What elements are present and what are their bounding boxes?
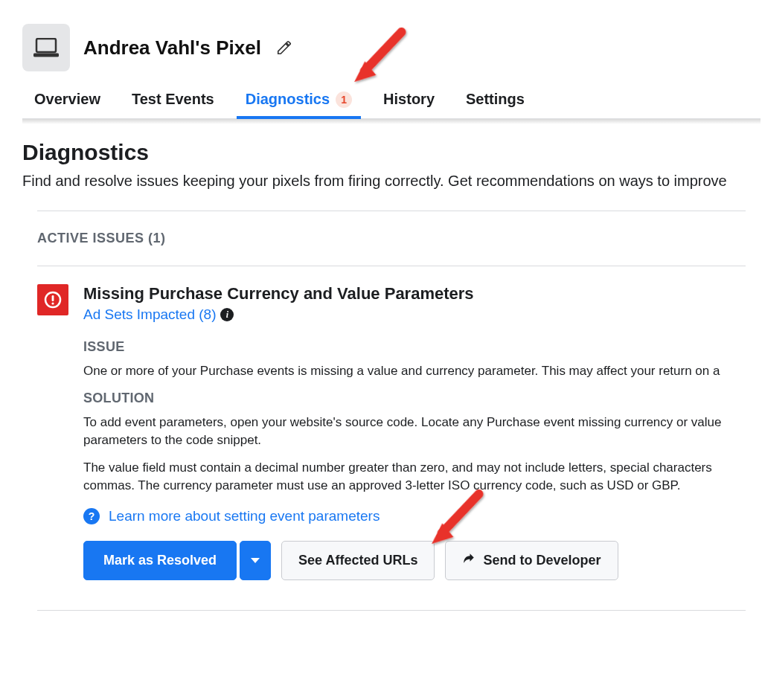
solution-subheading: SOLUTION	[83, 391, 746, 406]
chevron-down-icon	[251, 558, 260, 563]
issue-title: Missing Purchase Currency and Value Para…	[83, 284, 746, 304]
solution-paragraph: The value field must contain a decimal n…	[83, 459, 746, 495]
tab-test-events[interactable]: Test Events	[130, 86, 216, 118]
pencil-icon	[276, 39, 292, 56]
tab-overview[interactable]: Overview	[33, 86, 102, 118]
page-subtitle: Find and resolve issues keeping your pix…	[22, 173, 761, 190]
see-affected-urls-button[interactable]: See Affected URLs	[281, 541, 435, 580]
send-to-developer-label: Send to Developer	[483, 553, 601, 568]
tabs-nav: Overview Test Events Diagnostics 1 Histo…	[22, 79, 761, 119]
mark-resolved-dropdown-button[interactable]	[240, 541, 271, 580]
divider	[37, 610, 746, 611]
solution-paragraph: To add event parameters, open your websi…	[83, 414, 746, 449]
issue-card: Missing Purchase Currency and Value Para…	[37, 266, 746, 610]
tab-shadow	[22, 119, 761, 126]
help-icon[interactable]: ?	[83, 508, 100, 524]
issue-subheading: ISSUE	[83, 339, 746, 355]
tab-history[interactable]: History	[382, 86, 436, 118]
edit-pixel-name-button[interactable]	[272, 35, 297, 60]
tab-settings[interactable]: Settings	[464, 86, 526, 118]
tab-diagnostics-label: Diagnostics	[246, 91, 330, 108]
active-issues-heading: ACTIVE ISSUES (1)	[37, 211, 746, 266]
alert-icon	[37, 284, 68, 315]
laptop-icon	[22, 24, 70, 71]
issue-description: One or more of your Purchase events is m…	[83, 362, 746, 380]
mark-resolved-button[interactable]: Mark as Resolved	[83, 541, 237, 580]
diagnostics-count-badge: 1	[336, 91, 352, 108]
learn-more-link[interactable]: Learn more about setting event parameter…	[109, 508, 380, 524]
svg-rect-1	[33, 54, 59, 57]
svg-rect-3	[52, 295, 54, 301]
info-icon[interactable]: i	[220, 308, 234, 321]
issue-actions: Mark as Resolved See Affected URLs Send …	[83, 541, 746, 580]
page-title: Diagnostics	[22, 140, 761, 165]
svg-point-4	[51, 302, 54, 304]
adsets-impacted-link[interactable]: Ad Sets Impacted (8)	[83, 306, 216, 323]
pixel-header: Andrea Vahl's Pixel	[22, 9, 761, 79]
pixel-title: Andrea Vahl's Pixel	[83, 36, 261, 60]
share-icon	[462, 552, 476, 569]
tab-diagnostics[interactable]: Diagnostics 1	[244, 86, 353, 118]
send-to-developer-button[interactable]: Send to Developer	[445, 541, 618, 580]
svg-rect-0	[36, 39, 56, 52]
